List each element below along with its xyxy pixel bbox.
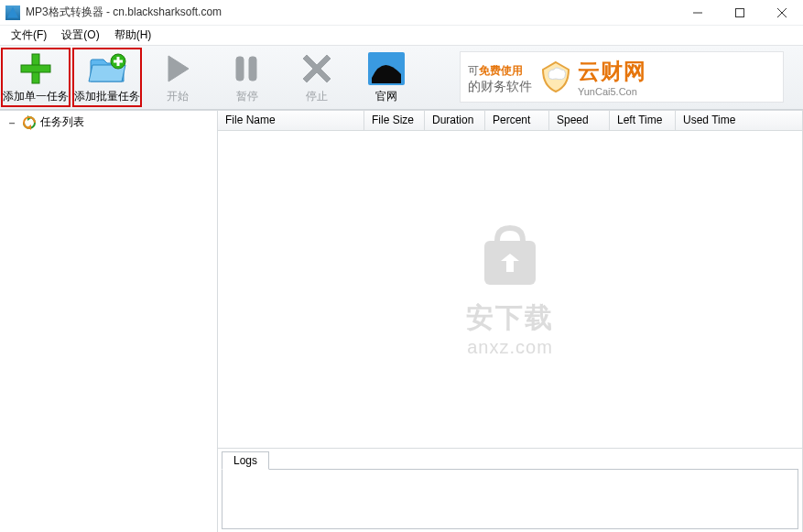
shark-icon — [366, 50, 407, 87]
svg-rect-1 — [736, 8, 744, 16]
tree-collapse-icon[interactable]: – — [5, 116, 18, 129]
menu-settings[interactable]: 设置(O) — [54, 26, 106, 45]
banner-brand-name: 云财网 — [578, 57, 646, 86]
watermark-line2: anxz.com — [466, 337, 554, 358]
minimize-icon — [693, 8, 702, 17]
col-lefttime[interactable]: Left Time — [610, 111, 676, 130]
col-filesize[interactable]: File Size — [364, 111, 425, 130]
add-batch-label: 添加批量任务 — [74, 89, 140, 104]
svg-marker-9 — [168, 56, 189, 81]
stop-label: 停止 — [306, 89, 328, 104]
cloud-shield-icon — [537, 59, 574, 95]
sidebar: – 任务列表 — [0, 110, 218, 532]
bag-icon — [473, 221, 547, 294]
refresh-icon — [22, 115, 37, 130]
logs-panel: Logs — [218, 448, 803, 532]
play-icon — [157, 50, 198, 87]
svg-rect-10 — [236, 57, 244, 81]
maximize-icon — [735, 8, 744, 17]
col-filename[interactable]: File Name — [218, 111, 364, 130]
sidebar-task-list-node[interactable]: – 任务列表 — [0, 111, 217, 134]
toolbar: 添加单一任务 添加批量任务 开始 暂停 停止 — [0, 46, 803, 110]
close-button[interactable] — [761, 0, 803, 26]
logs-box — [222, 469, 798, 529]
stop-x-icon — [297, 50, 337, 87]
logs-tab[interactable]: Logs — [222, 451, 269, 470]
col-speed[interactable]: Speed — [549, 111, 610, 130]
list-body: 安下载 anxz.com — [218, 131, 803, 448]
plus-icon — [16, 50, 56, 87]
window-title: MP3格式转换器 - cn.blacksharksoft.com — [26, 5, 677, 20]
minimize-button[interactable] — [677, 0, 719, 26]
col-percent[interactable]: Percent — [485, 111, 549, 130]
svg-marker-14 — [27, 125, 31, 130]
menu-bar: 文件(F) 设置(O) 帮助(H) — [0, 26, 803, 46]
main-area: – 任务列表 File Name File Size Duration Perc… — [0, 110, 803, 532]
sidebar-task-list-label: 任务列表 — [40, 114, 84, 130]
add-batch-task-button[interactable]: 添加批量任务 — [72, 48, 142, 107]
watermark-line1: 安下载 — [466, 299, 554, 337]
maximize-button[interactable] — [719, 0, 761, 26]
right-pane: File Name File Size Duration Percent Spe… — [218, 110, 803, 532]
close-icon — [777, 8, 787, 17]
app-icon — [5, 5, 20, 20]
official-label: 官网 — [375, 89, 397, 104]
col-duration[interactable]: Duration — [425, 111, 485, 130]
stop-button[interactable]: 停止 — [282, 46, 352, 109]
folder-plus-icon — [87, 50, 127, 87]
pause-button[interactable]: 暂停 — [212, 46, 282, 109]
list-header: File Name File Size Duration Percent Spe… — [218, 110, 803, 131]
start-button[interactable]: 开始 — [143, 46, 212, 109]
svg-rect-8 — [114, 60, 123, 63]
title-bar: MP3格式转换器 - cn.blacksharksoft.com — [0, 0, 803, 26]
ad-banner[interactable]: 可免费使用 的财务软件 云财网 YunCai5.Con — [460, 51, 784, 103]
official-site-button[interactable]: 官网 — [352, 46, 421, 109]
pause-icon — [227, 50, 267, 87]
menu-file[interactable]: 文件(F) — [4, 26, 54, 45]
banner-line2: 的财务软件 — [468, 79, 532, 95]
col-usedtime[interactable]: Used Time — [676, 111, 749, 130]
start-label: 开始 — [167, 89, 189, 104]
add-single-task-button[interactable]: 添加单一任务 — [1, 48, 71, 107]
banner-line1: 可免费使用 — [468, 60, 532, 79]
banner-brand-sub: YunCai5.Con — [578, 86, 646, 97]
add-single-label: 添加单一任务 — [3, 89, 69, 104]
menu-help[interactable]: 帮助(H) — [107, 26, 159, 45]
banner-brand: 云财网 YunCai5.Con — [537, 57, 646, 97]
svg-rect-11 — [249, 57, 256, 81]
svg-rect-5 — [21, 65, 50, 72]
pause-label: 暂停 — [236, 89, 258, 104]
watermark: 安下载 anxz.com — [466, 221, 554, 358]
